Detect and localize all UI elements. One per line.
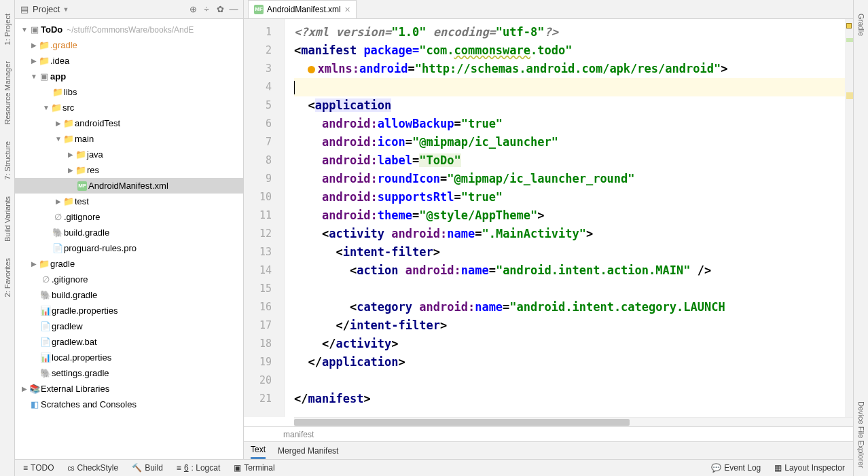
project-view-selector[interactable]: Project ▼ [33, 4, 69, 14]
tree-item[interactable]: ▶📁java [15, 147, 243, 162]
tree-item[interactable]: ▼📁src [15, 100, 243, 115]
project-panel-header: ▤ Project ▼ ⊕ ÷ ✿ — [15, 0, 243, 19]
locate-icon[interactable]: ⊕ [187, 4, 198, 15]
tree-item-external-libs[interactable]: ▶📚External Libraries [15, 381, 243, 397]
editor-tab-label: AndroidManifest.xml [267, 5, 341, 14]
editor-tab-bar: MF AndroidManifest.xml ✕ [244, 0, 853, 19]
tree-item[interactable]: ∅.gitignore [15, 272, 243, 287]
tree-item[interactable]: 📄gradlew [15, 318, 243, 334]
right-tool-strip: Gradle Device File Explorer [853, 0, 868, 476]
tab-favorites[interactable]: 2: Favorites [3, 258, 12, 297]
subtab-text[interactable]: Text [251, 442, 266, 459]
tree-item[interactable]: ▶📁.gradle [15, 37, 243, 53]
bottom-event-log[interactable]: 💬 Event Log [711, 463, 761, 473]
marker[interactable] [846, 38, 853, 42]
tab-gradle[interactable]: Gradle [857, 14, 865, 36]
tree-item[interactable]: 📄proguard-rules.pro [15, 240, 243, 256]
tree-item[interactable]: ▶📁test [15, 194, 243, 209]
tree-item[interactable]: 🐘settings.gradle [15, 365, 243, 381]
tree-item[interactable]: 🐘build.gradle [15, 225, 243, 240]
tree-item[interactable]: 📁libs [15, 84, 243, 100]
editor-sub-tabs: Text Merged Manifest [244, 441, 853, 459]
tab-project[interactable]: 1: Project [3, 14, 12, 45]
project-panel: ▤ Project ▼ ⊕ ÷ ✿ — ▼▣ToDo~/stuff/Common… [15, 0, 244, 459]
marker-bar[interactable] [845, 19, 853, 417]
bottom-layout-inspector[interactable]: ▦ Layout Inspector [774, 463, 845, 473]
marker[interactable] [846, 92, 853, 99]
subtab-merged[interactable]: Merged Manifest [278, 442, 338, 459]
tree-item-scratches[interactable]: ◧Scratches and Consoles [15, 397, 243, 412]
tree-item[interactable]: ▶📁gradle [15, 256, 243, 272]
tree-item[interactable]: ∅.gitignore [15, 209, 243, 225]
editor-tab-manifest[interactable]: MF AndroidManifest.xml ✕ [248, 0, 357, 18]
breadcrumb-bar[interactable]: manifest [244, 426, 853, 441]
manifest-icon: MF [254, 5, 264, 14]
fold-gutter[interactable] [285, 19, 294, 417]
tab-build-variants[interactable]: Build Variants [3, 196, 12, 242]
scrollbar-thumb[interactable] [294, 419, 630, 426]
line-gutter: 123456789101112131415161718192021 [244, 19, 285, 417]
tree-item[interactable]: ▶📁res [15, 162, 243, 178]
editor-area: MF AndroidManifest.xml ✕ 123456789101112… [244, 0, 853, 459]
tree-item-manifest[interactable]: MFAndroidManifest.xml [15, 178, 243, 194]
tab-device-file-explorer[interactable]: Device File Explorer [857, 401, 865, 468]
tree-item[interactable]: 📄gradlew.bat [15, 334, 243, 350]
tree-item[interactable]: 📊gradle.properties [15, 303, 243, 318]
gear-icon[interactable]: ✿ [215, 4, 225, 15]
intention-bulb-icon[interactable] [308, 66, 315, 73]
tree-item-app[interactable]: ▼▣app [15, 69, 243, 84]
tree-item[interactable]: 📊local.properties [15, 350, 243, 365]
bottom-checkstyle[interactable]: cs CheckStyle [67, 463, 118, 473]
bottom-terminal[interactable]: ▣ Terminal [234, 463, 274, 473]
tree-item[interactable]: ▶📁.idea [15, 53, 243, 69]
tab-resource-manager[interactable]: Resource Manager [3, 61, 12, 125]
bottom-tool-bar: ≡ TODO cs CheckStyle 🔨 Build ≡ 6: Logcat… [15, 459, 853, 476]
project-view-icon: ▤ [19, 4, 30, 15]
tab-structure[interactable]: 7: Structure [3, 141, 12, 180]
inspection-indicator[interactable] [846, 23, 852, 29]
code-content[interactable]: <?xml version="1.0" encoding="utf-8"?> <… [294, 19, 845, 417]
editor-body[interactable]: 123456789101112131415161718192021 <?xml … [244, 19, 853, 417]
project-tree[interactable]: ▼▣ToDo~/stuff/CommonsWare/books/AndE ▶📁.… [15, 19, 243, 459]
tree-item[interactable]: 🐘build.gradle [15, 287, 243, 303]
bottom-logcat[interactable]: ≡ 6: Logcat [177, 463, 220, 473]
bottom-todo[interactable]: ≡ TODO [23, 463, 54, 473]
left-tool-strip: 1: Project Resource Manager 7: Structure… [0, 0, 15, 476]
close-icon[interactable]: ✕ [344, 5, 350, 14]
hide-icon[interactable]: — [228, 4, 239, 15]
tree-item[interactable]: ▶📁androidTest [15, 115, 243, 131]
bottom-build[interactable]: 🔨 Build [132, 463, 163, 473]
tree-item[interactable]: ▼📁main [15, 131, 243, 147]
collapse-icon[interactable]: ÷ [201, 4, 212, 15]
tree-root[interactable]: ▼▣ToDo~/stuff/CommonsWare/books/AndE [15, 22, 243, 37]
horizontal-scrollbar[interactable] [294, 417, 853, 426]
